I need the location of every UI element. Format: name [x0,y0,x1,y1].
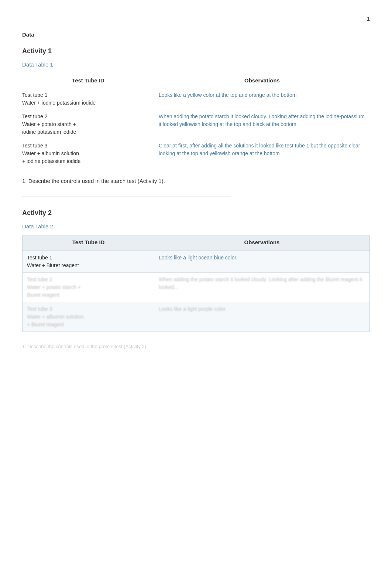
question1: 1. Describe the controls used in the sta… [22,177,370,186]
activity2-col2-header: Observations [154,235,369,251]
activity1-row-id-1: Test tube 1 Water + iodine potassium iod… [22,88,154,110]
activity2-table: Test Tube ID Observations Test tube 1 Wa… [22,235,370,332]
activity2-row-id-3: Test tube 3 Water + albumin solution + B… [23,302,155,331]
activity1-table: Test Tube ID Observations Test tube 1 Wa… [22,74,370,169]
section-divider [22,197,231,197]
activity2-row-id-1: Test tube 1 Water + Biuret reagent [23,251,155,272]
activity2-row-obs-2: When adding the potato starch it looked … [154,272,369,302]
activity1-row-obs-3: Clear at first, after adding all the sol… [154,139,370,168]
activity1-col2-header: Observations [154,74,370,89]
activity1-row-id-3: Test tube 3 Water + albumin solution + i… [22,139,154,168]
data-heading: Data [22,31,370,39]
activity2-table-label: Data Table 2 [22,222,370,231]
activity1-row-obs-1: Looks like a yellow color at the top and… [154,88,370,110]
activity1-table-label: Data Table 1 [22,61,370,69]
activity2-row-id-2: Test tube 2 Water + potato starch + Biur… [23,272,155,302]
activity1-col1-header: Test Tube ID [22,74,154,89]
activity2-col1-header: Test Tube ID [23,235,155,251]
activity1-heading: Activity 1 [22,46,370,56]
page-number: 1 [22,15,370,23]
activity1-row-id-2: Test tube 2 Water + potato starch + iodi… [22,110,154,139]
activity2-row-obs-1: Looks like a light ocean blue color. [154,251,369,272]
activity2-row-obs-3: Looks like a light purple color. [154,302,369,331]
activity1-row-obs-2: When adding the potato starch it looked … [154,110,370,139]
activity2-heading: Activity 2 [22,208,370,218]
bottom-blurred-question: 1. Describe the controls used in the pro… [22,343,370,350]
